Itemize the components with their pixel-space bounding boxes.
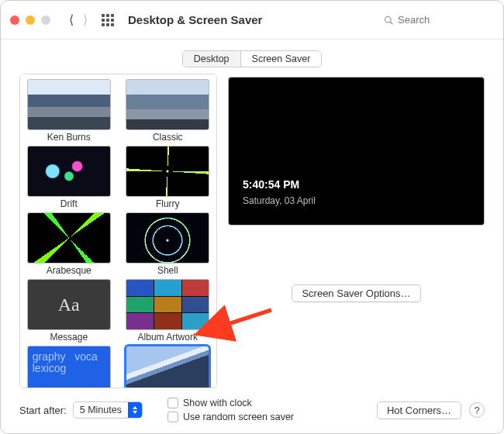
screensaver-item-shell[interactable]: Shell xyxy=(126,212,211,276)
screensaver-item-drift[interactable]: Drift xyxy=(26,146,112,209)
thumbnail-shell xyxy=(126,212,209,264)
zoom-window-button[interactable] xyxy=(41,16,50,25)
thumbnail-word-of-the-day: graphy voca lexicog xyxy=(27,346,111,388)
show-with-clock-checkbox[interactable] xyxy=(167,398,178,408)
svg-point-0 xyxy=(385,16,392,22)
thumbnail-drift xyxy=(27,146,111,197)
footer: Start after: 5 Minutes Show with clock U… xyxy=(1,393,503,433)
label-arabesque: Arabesque xyxy=(47,265,91,276)
search-field[interactable] xyxy=(378,10,494,30)
use-random-label: Use random screen saver xyxy=(183,412,294,422)
screensaver-item-ken-burns[interactable]: Ken Burns xyxy=(26,79,112,143)
hot-corners-button[interactable]: Hot Corners… xyxy=(377,401,461,419)
content-area: Ken Burns Classic Drift Flurry Arabesque xyxy=(1,74,503,393)
label-drift: Drift xyxy=(60,198,78,209)
start-after-label: Start after: xyxy=(19,405,67,416)
thumbnail-classic xyxy=(126,79,209,130)
help-button[interactable]: ? xyxy=(469,402,485,418)
screensaver-item-arabesque[interactable]: Arabesque xyxy=(26,212,112,276)
search-icon xyxy=(384,15,393,26)
preview-time: 5:40:54 PM xyxy=(243,178,299,191)
screensaver-list[interactable]: Ken Burns Classic Drift Flurry Arabesque xyxy=(19,74,217,388)
show-with-clock-label: Show with clock xyxy=(183,398,252,408)
thumbnail-album-artwork xyxy=(126,279,209,330)
titlebar: ⟨ ⟩ Desktop & Screen Saver xyxy=(1,1,503,40)
screensaver-item-message[interactable]: Aa Message xyxy=(26,279,112,343)
close-window-button[interactable] xyxy=(10,16,19,25)
screensaver-item-album-artwork[interactable]: Album Artwork xyxy=(126,279,211,343)
minimize-window-button[interactable] xyxy=(26,16,35,25)
thumbnail-flurry xyxy=(126,146,209,197)
screensaver-preview[interactable]: 5:40:54 PM Saturday, 03 April xyxy=(228,77,485,226)
use-random-checkbox[interactable] xyxy=(167,412,178,422)
thumbnail-message: Aa xyxy=(27,279,111,330)
screensaver-item-classic[interactable]: Classic xyxy=(126,79,211,143)
traffic-lights xyxy=(10,16,50,25)
label-flurry: Flurry xyxy=(156,198,180,209)
search-input[interactable] xyxy=(398,14,488,26)
thumbnail-ken-burns xyxy=(27,79,111,130)
nav-arrows: ⟨ ⟩ xyxy=(69,12,88,27)
preview-panel: 5:40:54 PM Saturday, 03 April Screen Sav… xyxy=(228,74,485,388)
back-button[interactable]: ⟨ xyxy=(69,12,74,27)
screensaver-item-flurry[interactable]: Flurry xyxy=(126,146,211,209)
tab-bar: Desktop Screen Saver xyxy=(1,40,503,74)
forward-button: ⟩ xyxy=(83,12,88,27)
svg-line-1 xyxy=(390,22,392,24)
label-message: Message xyxy=(50,332,88,343)
show-all-icon[interactable] xyxy=(102,14,114,26)
label-shell: Shell xyxy=(157,265,178,276)
label-classic: Classic xyxy=(153,132,183,143)
thumbnail-aerial xyxy=(126,346,209,388)
show-with-clock-row[interactable]: Show with clock xyxy=(167,398,294,408)
preferences-window: ⟨ ⟩ Desktop & Screen Saver Desktop Scree… xyxy=(0,0,504,434)
start-after-select[interactable]: 5 Minutes xyxy=(73,401,143,418)
label-ken-burns: Ken Burns xyxy=(47,132,91,143)
start-after-group: Start after: 5 Minutes xyxy=(19,401,143,418)
preview-date: Saturday, 03 April xyxy=(243,195,316,206)
screen-saver-options-button[interactable]: Screen Saver Options… xyxy=(292,284,420,302)
use-random-row[interactable]: Use random screen saver xyxy=(167,412,294,422)
screensaver-item-aerial[interactable]: Aerial xyxy=(126,346,211,388)
segmented-control: Desktop Screen Saver xyxy=(182,50,323,67)
start-after-value: 5 Minutes xyxy=(74,405,128,415)
window-title: Desktop & Screen Saver xyxy=(128,13,262,26)
tab-desktop[interactable]: Desktop xyxy=(183,51,240,67)
label-album-artwork: Album Artwork xyxy=(138,332,198,343)
thumbnail-arabesque xyxy=(27,212,111,264)
tab-screen-saver[interactable]: Screen Saver xyxy=(240,51,322,67)
screensaver-item-word-of-the-day[interactable]: graphy voca lexicog Word of the Day xyxy=(26,346,112,388)
select-stepper-icon xyxy=(128,401,142,418)
